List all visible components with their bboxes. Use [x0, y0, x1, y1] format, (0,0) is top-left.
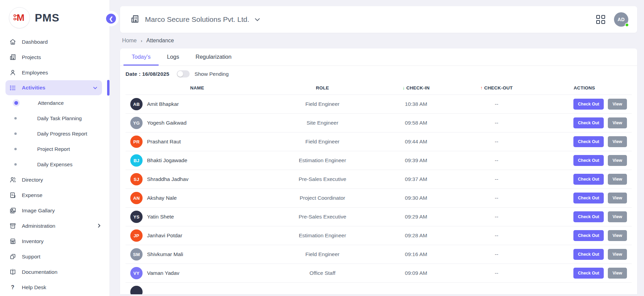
- sidebar-subitem-attendance[interactable]: Attendance: [0, 95, 109, 111]
- view-button[interactable]: View: [608, 211, 627, 222]
- sort-arrow-down-icon: ↓: [402, 85, 405, 90]
- check-in-time: 10:38 AM: [376, 95, 456, 114]
- check-out-button[interactable]: Check Out: [573, 174, 604, 185]
- employee-role: Field Engineer: [269, 245, 376, 264]
- check-out-value: --: [456, 114, 537, 132]
- employee-name: Vaman Yadav: [147, 270, 179, 276]
- table-row: YGYogesh GaikwadSite Engineer09:58 AM--C…: [126, 114, 632, 132]
- sidebar-collapse-button[interactable]: ❮: [106, 14, 116, 24]
- breadcrumb-separator-icon: ›: [141, 38, 142, 43]
- sidebar-item-label: Image Gallary: [22, 208, 55, 214]
- column-header-role: ROLE: [269, 81, 376, 95]
- apps-grid-icon[interactable]: [596, 15, 605, 24]
- sidebar-item-label: Dashboard: [22, 39, 48, 45]
- show-pending-label: Show Pending: [194, 71, 229, 77]
- sidebar-item-label: Support: [22, 254, 40, 260]
- sidebar-nav: DashboardProjectsEmployeesActivitiesAtte…: [0, 31, 109, 295]
- sidebar-item-employees[interactable]: Employees: [0, 65, 109, 80]
- show-pending-toggle[interactable]: [177, 70, 190, 77]
- employee-avatar: [130, 286, 143, 294]
- check-out-button[interactable]: Check Out: [573, 268, 604, 279]
- sidebar-item-label: Expense: [22, 192, 42, 198]
- view-button[interactable]: View: [608, 136, 627, 147]
- sidebar-subitem-daily-task-planning[interactable]: Daily Task Planning: [0, 111, 109, 126]
- row-actions: Check OutView: [537, 226, 632, 245]
- check-out-button[interactable]: Check Out: [573, 211, 604, 222]
- table-row: BJBhakti JogawadeEstimation Engineer09:3…: [126, 151, 632, 170]
- table-row: PRPrashant RautField Engineer09:44 AM--C…: [126, 132, 632, 151]
- sidebar-item-support[interactable]: Support: [0, 249, 109, 264]
- employee-avatar: PR: [130, 136, 143, 148]
- employee-name: Prashant Raut: [147, 139, 181, 145]
- sort-arrow-up-icon: ↑: [480, 85, 483, 90]
- sidebar-item-projects[interactable]: Projects: [0, 50, 109, 65]
- tab-todays[interactable]: Today's: [123, 48, 159, 66]
- sidebar-item-administration[interactable]: Administration: [0, 218, 109, 234]
- view-button[interactable]: View: [608, 249, 627, 260]
- svg-text:?: ?: [11, 284, 14, 290]
- check-in-time: 09:28 AM: [376, 226, 456, 245]
- employee-name: Shivkumar Mali: [147, 251, 183, 257]
- book-icon: [9, 268, 16, 276]
- table-row: YSYatin ShetePre-Sales Executive09:29 AM…: [126, 208, 632, 226]
- sidebar-item-label: Directory: [22, 177, 43, 183]
- sidebar-item-expense[interactable]: Expense: [0, 187, 109, 203]
- check-out-button[interactable]: Check Out: [573, 193, 604, 203]
- filter-row: Date : 16/08/2025 Show Pending: [120, 66, 637, 81]
- company-selector[interactable]: Marco Secure Solutions Pvt. Ltd.: [130, 14, 260, 25]
- list-icon: [9, 84, 16, 91]
- user-avatar[interactable]: AD: [614, 12, 628, 27]
- breadcrumb: Home › Attendance: [120, 33, 637, 48]
- employee-role: Estimation Engineer: [269, 151, 376, 170]
- attendance-table: NAMEROLE↓CHECK-IN↑CHECK-OUTACTIONS ABAmi…: [126, 81, 632, 294]
- check-out-button[interactable]: Check Out: [573, 117, 604, 128]
- sidebar-item-label: Projects: [22, 54, 41, 60]
- sidebar-item-help-desk[interactable]: ?Help Desk: [0, 280, 109, 295]
- sidebar-item-image-gallary[interactable]: Image Gallary: [0, 203, 109, 218]
- employee-name: Bhakti Jogawade: [147, 157, 187, 164]
- view-button[interactable]: View: [608, 174, 627, 185]
- sidebar-item-dashboard[interactable]: Dashboard: [0, 34, 109, 50]
- employee-avatar: AB: [130, 98, 143, 110]
- sidebar-item-inventory[interactable]: Inventory: [0, 234, 109, 249]
- row-actions: Check OutView: [537, 189, 632, 208]
- check-out-button[interactable]: Check Out: [573, 230, 604, 241]
- view-button[interactable]: View: [608, 268, 627, 279]
- sidebar-subitem-project-report[interactable]: Project Report: [0, 141, 109, 157]
- table-row: SMShivkumar MaliField Engineer09:16 AM--…: [126, 245, 632, 264]
- date-label: Date : 16/08/2025: [126, 71, 169, 77]
- row-actions: Check OutView: [537, 95, 632, 114]
- sidebar-subitem-daily-expenses[interactable]: Daily Expenses: [0, 157, 109, 172]
- view-button[interactable]: View: [608, 155, 627, 166]
- view-button[interactable]: View: [608, 193, 627, 203]
- breadcrumb-home[interactable]: Home: [122, 38, 137, 44]
- check-out-button[interactable]: Check Out: [573, 155, 604, 166]
- check-out-button[interactable]: Check Out: [573, 136, 604, 147]
- check-out-value: --: [456, 95, 537, 114]
- image-icon: [9, 207, 16, 214]
- employee-role: Field Engineer: [269, 95, 376, 114]
- column-header-check-out[interactable]: ↑CHECK-OUT: [456, 81, 537, 95]
- employee-name: Amit Bhapkar: [147, 101, 179, 107]
- view-button[interactable]: View: [608, 117, 627, 128]
- view-button[interactable]: View: [608, 230, 627, 241]
- app-logo: M PMS: [0, 0, 109, 31]
- check-out-button[interactable]: Check Out: [573, 99, 604, 110]
- sidebar-item-documentation[interactable]: Documentation: [0, 264, 109, 280]
- tab-logs[interactable]: Logs: [159, 48, 187, 66]
- view-button[interactable]: View: [608, 99, 627, 110]
- check-out-button[interactable]: Check Out: [573, 249, 604, 260]
- employee-avatar: YS: [130, 211, 143, 223]
- employee-name: Shraddha Jadhav: [147, 176, 189, 182]
- tab-bar: Today'sLogsRegularization: [120, 48, 637, 66]
- tab-regularization[interactable]: Regularization: [187, 48, 239, 66]
- sidebar-item-activities[interactable]: Activities: [5, 80, 102, 95]
- sidebar-item-directory[interactable]: Directory: [0, 172, 109, 187]
- table-row: ANAkshay NaleProject Coordinator09:30 AM…: [126, 189, 632, 208]
- check-in-time: 09:58 AM: [376, 114, 456, 132]
- column-header-check-in[interactable]: ↓CHECK-IN: [376, 81, 456, 95]
- column-header-actions: ACTIONS: [537, 81, 632, 95]
- attendance-card: Today'sLogsRegularization Date : 16/08/2…: [120, 48, 637, 294]
- sidebar-subitem-daily-progress-report[interactable]: Daily Progress Report: [0, 126, 109, 141]
- check-out-value: --: [456, 189, 537, 208]
